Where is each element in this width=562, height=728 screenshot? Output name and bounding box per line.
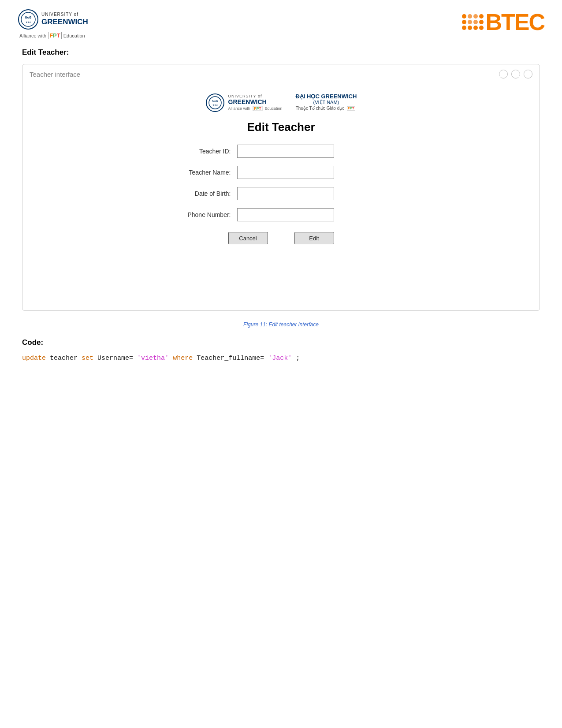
- code-fullname-eq: Teacher_fullname=: [197, 355, 264, 362]
- viet-nam-label: (VIỆT NAM): [295, 100, 357, 105]
- svg-text:★★★: ★★★: [26, 21, 31, 23]
- window-content: UoG ★★★ UNIVERSITY of GREENWICH Alliance…: [22, 84, 540, 262]
- btec-text: BTEC: [485, 9, 544, 35]
- inner-logo-right: ĐẠI HỌC GREENWICH (VIỆT NAM) Thuộc Tổ ch…: [295, 93, 357, 111]
- teacher-name-row: Teacher Name:: [167, 166, 396, 179]
- inner-alliance: Alliance with F P T Education: [228, 105, 283, 112]
- cancel-button[interactable]: Cancel: [228, 232, 268, 244]
- inner-education: Education: [264, 106, 282, 111]
- dot4: [479, 14, 484, 19]
- window-btn-close[interactable]: [524, 70, 532, 78]
- form-title: Edit Teacher: [40, 120, 522, 134]
- svg-point-1: [21, 12, 35, 26]
- dot8: [479, 20, 484, 24]
- svg-text:UoG: UoG: [25, 16, 32, 19]
- edit-button[interactable]: Edit: [294, 232, 334, 244]
- fpt-p: P: [53, 32, 57, 39]
- window-frame: Teacher interface UoG ★★★ UNIVERSITY of …: [22, 64, 540, 311]
- section-heading: Edit Teacher:: [22, 48, 544, 57]
- dot7: [473, 20, 478, 24]
- fpt2-t: T: [352, 106, 354, 110]
- university-logo: UoG ★★★ UNIVERSITY of GREENWICH: [18, 9, 88, 30]
- code-heading: Code:: [22, 338, 544, 347]
- fpt-t: T: [57, 32, 60, 39]
- fpt-logo: F P T: [48, 32, 62, 39]
- thuoc-line: Thuộc Tổ chức Giáo dục F P T: [295, 105, 357, 111]
- thuoc-text: Thuộc Tổ chức Giáo dục: [296, 106, 345, 111]
- kw-update: update: [22, 355, 46, 362]
- inner-fpt-f: F: [254, 106, 256, 111]
- teacher-id-row: Teacher ID:: [167, 145, 396, 158]
- kw-where: where: [173, 355, 193, 362]
- inner-alliance-text: Alliance with: [228, 106, 250, 111]
- dob-row: Date of Birth:: [167, 187, 396, 200]
- svg-text:★★★: ★★★: [212, 104, 218, 106]
- code-semicolon: ;: [296, 355, 300, 362]
- window-title: Teacher interface: [30, 71, 80, 78]
- phone-input[interactable]: [237, 208, 334, 221]
- inner-uni-text: UNIVERSITY of GREENWICH Alliance with F …: [228, 94, 283, 112]
- inner-greenwich: GREENWICH: [228, 98, 283, 105]
- window-btn-maximize[interactable]: [511, 70, 520, 78]
- form-fields: Teacher ID: Teacher Name: Date of Birth:…: [40, 145, 522, 221]
- university-of-label: UNIVERSITY of: [41, 11, 88, 17]
- page-header: UoG ★★★ UNIVERSITY of GREENWICH Alliance…: [18, 9, 544, 39]
- inner-crest-icon: UoG ★★★: [205, 93, 225, 112]
- code-teacher: teacher: [50, 355, 82, 362]
- header-left: UoG ★★★ UNIVERSITY of GREENWICH Alliance…: [18, 9, 88, 39]
- university-name: UNIVERSITY of GREENWICH: [41, 11, 88, 27]
- figure-caption: Figure 11: Edit teacher interface: [18, 321, 544, 328]
- svg-point-5: [209, 97, 221, 109]
- window-titlebar: Teacher interface: [22, 64, 540, 84]
- education-label: Education: [63, 33, 85, 38]
- alliance-text: Alliance with: [19, 33, 46, 38]
- dob-input[interactable]: [237, 187, 334, 200]
- inner-logo-left: UoG ★★★ UNIVERSITY of GREENWICH Alliance…: [205, 93, 283, 112]
- code-username-eq: Username=: [97, 355, 133, 362]
- inner-logos: UoG ★★★ UNIVERSITY of GREENWICH Alliance…: [40, 93, 522, 112]
- dot1: [462, 14, 466, 19]
- phone-label: Phone Number:: [167, 211, 237, 218]
- code-block: update teacher set Username= 'vietha' wh…: [22, 353, 544, 364]
- alliance-line: Alliance with F P T Education: [19, 32, 85, 39]
- dot11: [473, 26, 478, 30]
- inner-fpt-logo: F P T: [253, 106, 262, 111]
- inner-fpt-t: T: [259, 106, 261, 111]
- dot12: [479, 26, 484, 30]
- inner-university-of: UNIVERSITY of: [228, 94, 283, 98]
- svg-text:UoG: UoG: [212, 100, 218, 102]
- window-btn-minimize[interactable]: [499, 70, 508, 78]
- btec-logo: BTEC: [462, 9, 544, 35]
- inner-fpt-logo2: F P T: [347, 106, 355, 111]
- dot2: [468, 14, 472, 19]
- phone-row: Phone Number:: [167, 208, 396, 221]
- dot5: [462, 20, 466, 24]
- dai-hoc-label: ĐẠI HỌC GREENWICH: [295, 93, 357, 100]
- teacher-id-input[interactable]: [237, 145, 334, 158]
- str-vietha: 'vietha': [137, 355, 169, 362]
- teacher-name-label: Teacher Name:: [167, 169, 237, 176]
- dot6: [468, 20, 472, 24]
- btec-dots: [462, 14, 484, 30]
- dot9: [462, 26, 466, 30]
- teacher-name-input[interactable]: [237, 166, 334, 179]
- greenwich-label: GREENWICH: [41, 17, 88, 27]
- window-controls: [499, 70, 532, 78]
- form-buttons: Cancel Edit: [40, 232, 522, 244]
- inner-fpt-p: P: [256, 106, 259, 111]
- fpt-f: F: [49, 32, 53, 39]
- dob-label: Date of Birth:: [167, 190, 237, 197]
- dot3: [473, 14, 478, 19]
- kw-set: set: [82, 355, 93, 362]
- dot10: [468, 26, 472, 30]
- teacher-id-label: Teacher ID:: [167, 148, 237, 155]
- crest-icon: UoG ★★★: [18, 9, 39, 30]
- str-jack: 'Jack': [268, 355, 292, 362]
